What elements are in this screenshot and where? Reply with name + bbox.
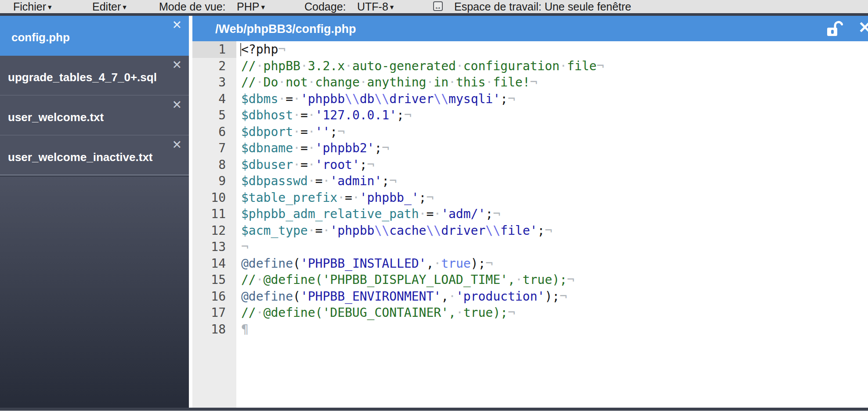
code-token: = <box>315 174 323 188</box>
code-token: ¬ <box>567 273 575 287</box>
code-token: 'PHPBB_ENVIRONMENT' <box>300 289 441 304</box>
code-line-1[interactable]: <?php¬ <box>236 41 868 58</box>
file-path-title: /Web/phpBB3/config.php <box>215 16 356 41</box>
close-file-icon[interactable]: ✕ <box>172 98 182 111</box>
line-number: 14 <box>192 255 236 272</box>
view-mode-select[interactable]: PHP▾ <box>237 0 265 13</box>
file-name-label: user_welcome_inactive.txt <box>8 151 153 164</box>
code-token: · <box>448 289 456 304</box>
code-token: ); <box>545 289 560 304</box>
code-token: ¬ <box>485 256 493 271</box>
encoding-label-text: Codage: <box>304 0 346 13</box>
code-token: '' <box>315 125 330 139</box>
open-file-item[interactable]: ✕upgrade_tables_4_7_0+.sql <box>0 56 189 96</box>
code-line-14[interactable]: @define('PHPBB_INSTALLED',·true);¬ <box>236 255 868 272</box>
code-line-9[interactable]: $dbpasswd·=·'admin';¬ <box>236 173 868 190</box>
code-token: \\ <box>485 223 500 238</box>
code-line-7[interactable]: $dbname·=·'phpbb2';¬ <box>236 140 868 157</box>
code-token: driver <box>441 223 485 238</box>
code-token: not <box>286 75 308 90</box>
code-token: \\ <box>374 92 389 106</box>
code-line-15[interactable]: //·@define('PHPBB_DISPLAY_LOAD_TIME',·tr… <box>236 272 868 288</box>
code-token: · <box>278 75 286 90</box>
code-token: '127.0.0.1' <box>315 108 397 122</box>
code-token: phpBB <box>264 59 300 73</box>
encoding-select[interactable]: UTF-8▾ <box>357 0 394 13</box>
code-token: ¬ <box>337 125 345 139</box>
code-line-13[interactable]: ¬ <box>236 239 868 255</box>
code-token: cache <box>389 223 426 238</box>
code-line-5[interactable]: $dbhost·=·'127.0.0.1';¬ <box>236 107 868 124</box>
code-token: ( <box>293 256 300 271</box>
code-lines: <?php¬//·phpBB·3.2.x·auto-generated·conf… <box>236 41 868 408</box>
code-token: 'production' <box>456 289 545 304</box>
code-token: · <box>308 174 315 188</box>
code-token: · <box>293 125 300 139</box>
code-token: $dbport <box>241 125 293 139</box>
code-token: · <box>515 273 523 287</box>
file-name-label: config.php <box>11 31 70 44</box>
code-line-18[interactable]: ¶ <box>236 321 868 338</box>
code-token: file! <box>493 75 530 90</box>
code-line-12[interactable]: $acm_type·=·'phpbb\\cache\\driver\\file'… <box>236 222 868 239</box>
code-line-10[interactable]: $table_prefix·=·'phpbb_';¬ <box>236 190 868 206</box>
code-line-17[interactable]: //·@define('DEBUG_CONTAINER',·true);¬ <box>236 305 868 321</box>
line-number: 9 <box>192 173 236 190</box>
code-token: · <box>308 108 315 122</box>
line-number: 8 <box>192 157 236 173</box>
line-number: 4 <box>192 91 236 108</box>
code-token: · <box>256 305 264 320</box>
code-token: · <box>456 305 463 320</box>
encoding-label: Codage: <box>304 0 346 13</box>
editor-title-bar: /Web/phpBB3/config.php ✕ <box>192 16 868 41</box>
code-line-8[interactable]: $dbuser·=·'root';¬ <box>236 157 868 173</box>
code-line-11[interactable]: $phpbb_adm_relative_path·=·'adm/';¬ <box>236 206 868 222</box>
code-token: ¬ <box>241 240 249 254</box>
code-token: ; <box>485 207 493 221</box>
editor-pane: /Web/phpBB3/config.php ✕ 123456789101112… <box>192 16 868 408</box>
code-token: $dbuser <box>241 158 293 172</box>
code-token: ; <box>537 223 545 238</box>
close-file-icon[interactable]: ✕ <box>172 58 182 72</box>
open-file-item[interactable]: ✕user_welcome.txt <box>0 96 189 136</box>
close-editor-icon[interactable]: ✕ <box>858 18 868 37</box>
open-file-item[interactable]: ✕config.php <box>0 16 189 56</box>
open-file-item[interactable]: ✕user_welcome_inactive.txt <box>0 136 189 176</box>
menu-editer[interactable]: Editer▾ <box>92 0 127 13</box>
code-token: · <box>419 207 427 221</box>
code-line-16[interactable]: @define('PHPBB_ENVIRONMENT',·'production… <box>236 288 868 305</box>
code-token: · <box>256 59 264 73</box>
code-token: = <box>300 125 308 139</box>
code-token: = <box>300 141 308 155</box>
code-line-3[interactable]: //·Do·not·change·anything·in·this·file!¬ <box>236 74 868 91</box>
line-number: 5 <box>192 107 236 124</box>
code-line-6[interactable]: $dbport·=·'';¬ <box>236 124 868 140</box>
code-token: ); <box>471 256 486 271</box>
code-token: · <box>426 75 434 90</box>
code-token: · <box>293 92 300 106</box>
code-token: file <box>567 59 597 73</box>
code-token: \\ <box>426 223 441 238</box>
chevron-down-icon: ▾ <box>261 3 265 11</box>
code-token: <?php <box>241 42 278 57</box>
code-token: · <box>560 59 567 73</box>
code-line-4[interactable]: $dbms·=·'phpbb\\db\\driver\\mysqli';¬ <box>236 91 868 108</box>
resize-horizontal-icon[interactable]: ↔ <box>433 1 443 11</box>
code-token: · <box>345 59 352 73</box>
line-number: 13 <box>192 239 236 255</box>
chevron-down-icon: ▾ <box>390 3 394 11</box>
bottom-margin <box>0 411 868 416</box>
code-token: ¬ <box>508 305 515 320</box>
code-token: ¬ <box>560 289 567 304</box>
code-token: ¬ <box>493 207 500 221</box>
menu-fichier[interactable]: Fichier▾ <box>13 0 52 13</box>
close-file-icon[interactable]: ✕ <box>172 18 182 32</box>
code-token: ; <box>397 108 404 122</box>
code-token: · <box>322 174 330 188</box>
close-file-icon[interactable]: ✕ <box>172 138 182 151</box>
code-token: = <box>315 223 323 238</box>
unlocked-icon[interactable] <box>826 21 843 37</box>
code-token: ; <box>419 190 427 205</box>
code-line-2[interactable]: //·phpBB·3.2.x·auto-generated·configurat… <box>236 58 868 75</box>
line-number: 3 <box>192 74 236 91</box>
